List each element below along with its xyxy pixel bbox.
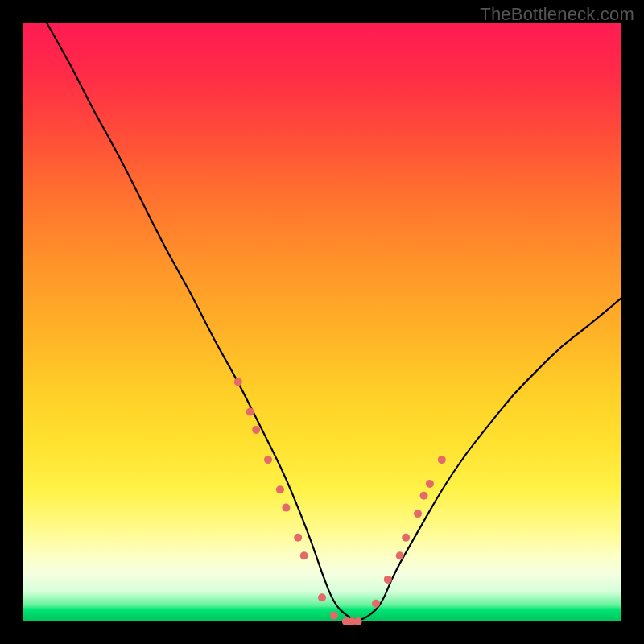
- data-point: [414, 510, 422, 518]
- data-point: [318, 593, 326, 601]
- data-point: [282, 504, 290, 512]
- data-point: [252, 426, 260, 434]
- data-point: [246, 408, 254, 416]
- data-point: [372, 600, 380, 608]
- data-point: [354, 617, 362, 625]
- watermark-text: TheBottleneck.com: [480, 4, 634, 25]
- data-point: [420, 492, 428, 500]
- chart-frame: TheBottleneck.com: [0, 0, 644, 644]
- marker-group: [234, 378, 446, 625]
- plot-area: [23, 23, 621, 621]
- data-point: [384, 576, 392, 584]
- data-point: [426, 480, 434, 488]
- data-point: [294, 534, 302, 542]
- data-point: [438, 456, 446, 464]
- data-point: [264, 456, 272, 464]
- data-point: [330, 612, 338, 620]
- data-point: [276, 485, 284, 493]
- data-point: [300, 551, 308, 559]
- data-point: [402, 534, 410, 542]
- data-point: [396, 551, 404, 559]
- bottleneck-curve: [47, 23, 621, 620]
- curve-layer: [23, 23, 621, 621]
- data-point: [234, 378, 242, 386]
